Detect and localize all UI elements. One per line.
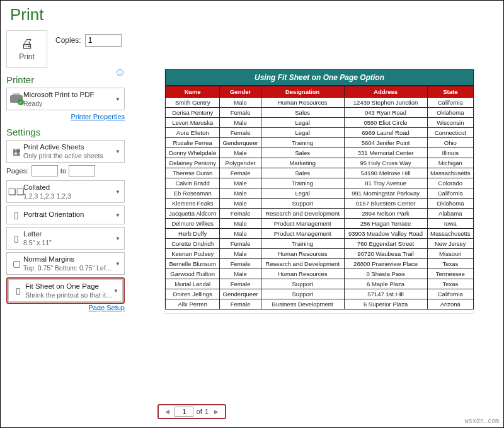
sheets-icon: ▦ xyxy=(9,146,23,156)
fit-page-icon: ▯ xyxy=(11,286,25,296)
total-pages: 1 xyxy=(205,408,209,415)
pages-label: Pages: xyxy=(6,167,29,175)
next-page-button[interactable]: ► xyxy=(211,408,220,415)
page-navigation: ◄ of 1 ► xyxy=(158,404,226,419)
margins-icon: ▢ xyxy=(9,258,23,269)
table-row: Keenan PudseyMaleHuman Resources90720 Wa… xyxy=(166,249,474,259)
copies-input[interactable] xyxy=(85,34,122,47)
printer-properties-link[interactable]: Printer Properties xyxy=(6,113,125,120)
current-page-input[interactable] xyxy=(175,407,193,417)
table-row: Eb RoseamanMaleLegal991 Morningstar Park… xyxy=(166,188,474,199)
table-row: Jacquetta AldcornFemaleResearch and Deve… xyxy=(166,209,474,219)
scaling-highlight: ▯ Fit Sheet on One Page Shrink the print… xyxy=(6,277,125,304)
table-row: Garwood RuiltonMaleHuman Resources0 Shas… xyxy=(166,269,474,279)
chevron-down-icon: ▼ xyxy=(115,236,122,241)
column-header: Designation xyxy=(261,86,344,98)
table-row: Aura ElletonFemaleLegal6969 Laurel RoadC… xyxy=(166,128,474,138)
chevron-down-icon: ▼ xyxy=(115,149,122,154)
preview-scroll[interactable]: Using Fit Sheet on One Page Option NameG… xyxy=(139,33,500,415)
print-what-select[interactable]: ▦ Print Active Sheets Only print the act… xyxy=(6,140,125,163)
margins-select[interactable]: ▢ Normal Margins Top: 0.75" Bottom: 0.75… xyxy=(6,252,125,275)
prev-page-button[interactable]: ◄ xyxy=(163,408,172,415)
printer-icon: 🖨 xyxy=(21,37,33,50)
column-header: Address xyxy=(344,86,427,98)
portrait-icon: ▯ xyxy=(9,210,23,220)
print-button[interactable]: 🖨 Print xyxy=(6,30,47,68)
page-icon: ▯ xyxy=(9,233,23,243)
printer-name: Microsoft Print to PDF xyxy=(23,91,115,100)
table-row: Calvin BraddMaleTraining81 Troy AvenueCo… xyxy=(166,178,474,188)
data-table: NameGenderDesignationAddressState Smith … xyxy=(165,86,474,309)
chevron-down-icon: ▼ xyxy=(115,212,122,218)
table-row: Therese DuranFemaleSales54190 Melrose Hi… xyxy=(166,168,474,178)
table-row: Klemens FeaksMaleSupport0157 Bluestem Ce… xyxy=(166,199,474,209)
page-setup-link[interactable]: Page Setup xyxy=(6,304,125,311)
table-row: Delainey PentonyPolygenderMarketing95 Ho… xyxy=(166,158,474,168)
orientation-select[interactable]: ▯ Portrait Orientation ▼ xyxy=(6,205,125,224)
table-row: Rozalie FerreaGenderqueerTraining5604 Je… xyxy=(166,138,474,148)
print-preview-area: Using Fit Sheet on One Page Option NameG… xyxy=(139,33,500,415)
printer-status: Ready xyxy=(23,100,115,108)
sheet-title: Using Fit Sheet on One Page Option xyxy=(165,69,474,86)
table-row: Corette OndrichFemaleTraining760 Eggenda… xyxy=(166,239,474,249)
scaling-select[interactable]: ▯ Fit Sheet on One Page Shrink the print… xyxy=(8,279,123,302)
pages-from-input[interactable] xyxy=(32,165,58,176)
column-header: Gender xyxy=(220,86,261,98)
table-row: Levon MaruskaMaleLegal0560 Eliot CircleW… xyxy=(166,118,474,128)
page-title: Print xyxy=(0,0,504,32)
table-row: Murial LandalFemaleSupport6 Maple PlazaT… xyxy=(166,279,474,289)
copies-label: Copies: xyxy=(55,36,81,45)
chevron-down-icon: ▼ xyxy=(113,288,120,294)
pages-to-label: to xyxy=(60,167,67,175)
of-label: of xyxy=(196,408,202,415)
table-row: Bernelle BlunsumFemaleResearch and Devel… xyxy=(166,259,474,269)
collation-select[interactable]: ❏❏ Collated 1,2,3 1,2,3 1,2,3 ▼ xyxy=(6,180,125,203)
collated-icon: ❏❏ xyxy=(9,187,23,197)
table-row: Herb DuffyMaleProduct Management93903 Me… xyxy=(166,229,474,239)
printer-status-icon: ✓ xyxy=(9,93,23,105)
table-row: Smith GentryMaleHuman Resources12439 Ste… xyxy=(166,98,474,108)
preview-page: Using Fit Sheet on One Page Option NameG… xyxy=(165,69,474,313)
table-row: Dorisa PentonyFemaleSales043 Ryan RoadOk… xyxy=(166,108,474,118)
table-row: Delmore WilkesMaleProduct Management256 … xyxy=(166,219,474,229)
printer-heading: Printer ⓘ xyxy=(6,74,125,85)
print-button-label: Print xyxy=(19,52,35,61)
column-header: Name xyxy=(166,86,220,98)
info-icon[interactable]: ⓘ xyxy=(117,68,123,78)
watermark: wsxdn.com xyxy=(465,417,499,424)
chevron-down-icon: ▼ xyxy=(115,189,122,195)
table-row: Dniren JellingsGenderqueerSupport57147 1… xyxy=(166,289,474,299)
column-header: State xyxy=(427,86,473,98)
pages-to-input[interactable] xyxy=(69,165,95,176)
chevron-down-icon: ▼ xyxy=(115,261,122,267)
paper-size-select[interactable]: ▯ Letter 8.5" x 11" ▼ xyxy=(6,227,125,250)
table-row: Allx PerrenFemaleBusiness Development6 S… xyxy=(166,299,474,309)
chevron-down-icon: ▼ xyxy=(115,96,122,102)
settings-heading: Settings xyxy=(6,127,125,137)
table-row: Donny WhelpdaleMaleSales331 Memorial Cen… xyxy=(166,148,474,158)
printer-select[interactable]: ✓ Microsoft Print to PDF Ready ▼ xyxy=(6,88,125,110)
